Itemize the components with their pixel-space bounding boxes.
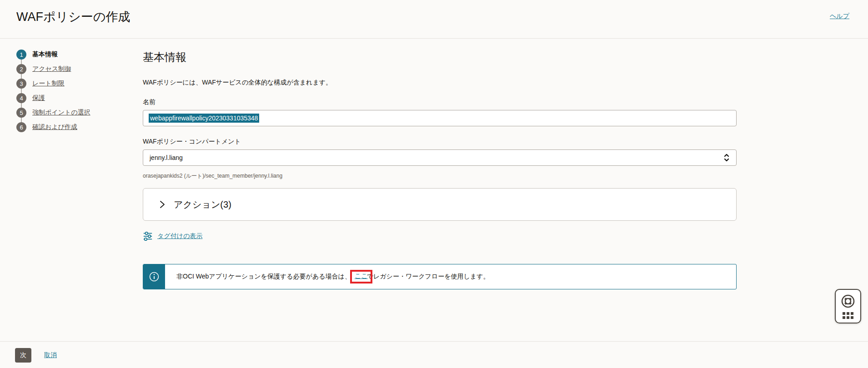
step-rate-limiting[interactable]: 3 レート制限 xyxy=(16,79,130,89)
name-field-label: 名前 xyxy=(143,98,737,106)
show-tagging-label: タグ付けの表示 xyxy=(157,232,202,240)
step-label[interactable]: 確認および作成 xyxy=(32,123,77,131)
show-tagging-link[interactable]: タグ付けの表示 xyxy=(143,231,202,241)
step-label[interactable]: 強制ポイントの選択 xyxy=(32,109,90,117)
help-link[interactable]: ヘルプ xyxy=(830,12,849,20)
wizard-steps: 1 基本情報 2 アクセス制御 3 レート制限 4 保護 5 強制ポイントの選択… xyxy=(16,50,130,137)
page-header: WAFポリシーの作成 ヘルプ xyxy=(0,0,868,39)
page-title: WAFポリシーの作成 xyxy=(16,9,130,25)
chevron-right-icon xyxy=(159,199,166,209)
step-label[interactable]: アクセス制御 xyxy=(32,65,71,73)
step-number-badge: 1 xyxy=(16,50,26,60)
legacy-workflow-link[interactable]: ここ xyxy=(355,272,368,279)
step-number-badge: 4 xyxy=(16,93,26,103)
step-number-badge: 6 xyxy=(16,122,26,132)
info-banner: 非OCI Webアプリケーションを保護する必要がある場合は、ここでレガシー・ワー… xyxy=(143,264,737,289)
up-down-chevron-icon xyxy=(723,153,730,162)
grid-dots-icon xyxy=(843,312,853,319)
step-label[interactable]: レート制限 xyxy=(32,80,65,88)
step-number-badge: 3 xyxy=(16,79,26,89)
step-review-create[interactable]: 6 確認および作成 xyxy=(16,122,130,132)
life-preserver-icon xyxy=(840,293,856,309)
banner-text-before: 非OCI Webアプリケーションを保護する必要がある場合は、 xyxy=(176,273,351,281)
step-protections[interactable]: 4 保護 xyxy=(16,93,130,103)
floating-help-button[interactable] xyxy=(835,289,861,323)
info-circle-icon xyxy=(149,271,160,282)
section-description: WAFポリシーには、WAFサービスの全体的な構成が含まれます。 xyxy=(143,79,737,87)
annotation-highlight-box: ここ xyxy=(350,270,372,283)
banner-text-after: でレガシー・ワークフローを使用します。 xyxy=(367,273,490,281)
wizard-footer: 次 取消 xyxy=(0,341,868,368)
name-input-selected-value: webappfirewallpolicy20230331035348 xyxy=(149,114,259,123)
compartment-select[interactable]: jenny.l.liang xyxy=(143,149,737,166)
compartment-path-helper: orasejapankids2 (ルート)/sec_team_member/je… xyxy=(143,172,737,180)
info-banner-icon-block xyxy=(143,264,165,289)
step-basic-info: 1 基本情報 xyxy=(16,50,130,60)
step-number-badge: 5 xyxy=(16,108,26,118)
compartment-selected-value: jenny.l.liang xyxy=(150,154,183,161)
step-number-badge: 2 xyxy=(16,64,26,74)
step-access-control[interactable]: 2 アクセス制御 xyxy=(16,64,130,74)
sliders-icon xyxy=(143,231,153,241)
main-form: 基本情報 WAFポリシーには、WAFサービスの全体的な構成が含まれます。 名前 … xyxy=(143,39,737,289)
next-button[interactable]: 次 xyxy=(15,348,31,363)
cancel-link[interactable]: 取消 xyxy=(44,351,57,359)
step-label[interactable]: 保護 xyxy=(32,94,45,102)
name-input[interactable]: webappfirewallpolicy20230331035348 xyxy=(143,110,737,126)
step-select-enforcement-point[interactable]: 5 強制ポイントの選択 xyxy=(16,108,130,118)
section-title: 基本情報 xyxy=(143,50,737,65)
compartment-field-label: WAFポリシー・コンパートメント xyxy=(143,138,737,146)
info-banner-text: 非OCI Webアプリケーションを保護する必要がある場合は、ここでレガシー・ワー… xyxy=(165,264,490,289)
step-label: 基本情報 xyxy=(32,50,58,59)
actions-collapsible-toggle[interactable]: アクション(3) xyxy=(143,188,737,221)
actions-toggle-label: アクション(3) xyxy=(174,199,231,211)
